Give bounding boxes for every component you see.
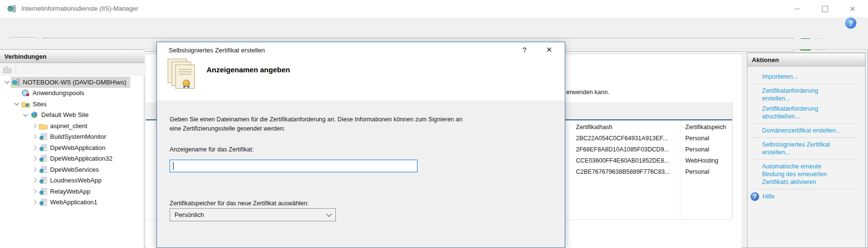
web-app-icon [39,177,48,184]
hilfe-label: Hilfe [763,193,775,200]
actions-panel: Aktionen Importieren... Zertifikatanford… [747,52,866,248]
certificate-store-label: Zertifikatspeicher für das neue Zertifik… [170,200,309,207]
tree-item-dpewebapplication[interactable]: DpeWebApplication [0,142,144,153]
close-icon: × [850,3,855,15]
web-app-icon [39,166,48,173]
expander-expand-icon[interactable] [30,190,38,193]
tree-item-label: Sites [33,100,47,108]
sites-folder-icon [21,100,30,108]
help-icon: ? [750,192,759,201]
dialog-close-button[interactable]: × [542,44,556,55]
web-app-icon [39,155,48,162]
actions-separator [752,83,859,84]
chevron-down-icon [326,211,331,216]
action-hilfe[interactable]: ? Hilfe [750,192,860,201]
column-separator [680,121,680,219]
tree-item-label: aspnet_client [50,122,87,130]
tree-item-relaywebapp[interactable]: RelayWebApp [0,186,144,197]
table-cell-store[interactable]: Personal [685,168,709,175]
expander-collapse-icon[interactable] [13,103,20,105]
dialog-heading: Anzeigenamen angeben [207,66,290,74]
web-app-icon [39,198,48,206]
help-button[interactable]: ? [845,17,856,29]
close-button[interactable]: × [841,0,864,17]
table-cell-store[interactable]: WebHosting [685,157,718,164]
title-bar: Internetinformationsdienste (IIS)-Manage… [0,0,868,17]
web-app-icon [39,144,48,151]
table-cell-hash[interactable]: C2BE767679638B5889F776C83... [576,168,670,175]
dialog-body-text: Geben Sie einen Dateinamen für die Zerti… [170,115,471,133]
tree-item-anwendungspools[interactable]: Anwendungspools [0,88,144,99]
actions-header: Aktionen [747,53,865,66]
actions-separator [752,189,859,189]
tree-item-default-web-site[interactable]: Default Web Site [0,110,144,121]
tree-item-server[interactable]: NOTEBOOK-WS (DAVID-GMBH\ws) [0,77,144,88]
expander-expand-icon[interactable] [30,179,38,182]
iis-app-icon [7,4,17,14]
column-header-hash[interactable]: Zertifikathash [576,124,612,131]
action-zertifikatanforderung-abschliessen[interactable]: Zertifikatanforderung abschließen... [762,105,842,120]
action-importieren[interactable]: Importieren... [762,73,860,81]
maximize-icon [822,6,828,12]
expander-expand-icon[interactable] [30,168,38,171]
table-cell-store[interactable]: Personal [685,135,709,142]
list-right-edge [732,102,732,219]
tree-item-sites[interactable]: Sites [0,99,144,110]
folder-icon [39,122,48,130]
actions-list: Importieren... Zertifikatanforderung ers… [747,66,865,205]
tree-item-label: BuildSystemMonitor [50,133,106,140]
expander-expand-icon[interactable] [30,135,38,138]
iis-manager-window: Internetinformationsdienste (IIS)-Manage… [0,0,868,248]
actions-separator [752,159,859,160]
tree-item-aspnet-client[interactable]: aspnet_client [0,120,144,132]
minimize-button[interactable] [786,0,808,17]
connections-header: Verbindungen [0,50,144,63]
web-app-icon [39,188,48,195]
action-automatische-erneute-bindung[interactable]: Automatische erneute Bindung des erneuer… [762,163,842,186]
server-icon [12,79,20,86]
tree-item-label: Anwendungspools [33,89,84,97]
web-app-icon [39,133,48,140]
tree-item-label: DpeWebServices [50,166,99,173]
dialog-help-button[interactable]: ? [518,46,531,54]
tree-item-buildsystemmonitor[interactable]: BuildSystemMonitor [0,132,144,143]
maximize-button[interactable] [814,0,836,17]
action-domaenenzertifikat-erstellen[interactable]: Domänenzertifikat erstellen... [762,127,860,134]
tree-item-label: NOTEBOOK-WS (DAVID-GMBH\ws) [23,79,126,86]
tree-item-loudnesswebapp[interactable]: LoudnessWebApp [0,175,144,186]
table-cell-hash[interactable]: 2F68EF8A8D10A1085F03DCD9... [576,146,669,153]
certificates-icon [168,59,200,93]
tree-item-label: WebApplication1 [50,198,97,206]
tree-item-webapplication1[interactable]: WebApplication1 [0,197,144,208]
certificate-store-select[interactable]: Persönlich [170,208,336,221]
connections-tree: NOTEBOOK-WS (DAVID-GMBH\ws) Anwendungspo… [0,77,144,208]
table-cell-store[interactable]: Personal [685,146,709,153]
app-pools-icon [21,89,30,97]
expander-collapse-icon[interactable] [3,81,11,83]
tree-item-dpewebapplication32[interactable]: DpeWebApplication32 [0,153,144,165]
expander-expand-icon[interactable] [30,146,38,149]
help-icon: ? [849,19,853,27]
feature-description-fragment: erwenden kann. [566,89,609,96]
expander-expand-icon[interactable] [30,124,38,128]
text-caret [173,162,174,170]
globe-icon [30,111,39,118]
window-title: Internetinformationsdienste (IIS)-Manage… [21,0,139,17]
tree-item-label: DpeWebApplication32 [50,155,112,162]
expander-expand-icon[interactable] [30,157,38,160]
tree-item-label: RelayWebApp [50,188,90,195]
action-selbstsigniertes-zertifikat-erstellen[interactable]: Selbstsigniertes Zertifikat erstellen... [762,141,847,156]
action-zertifikatanforderung-erstellen[interactable]: Zertifikatanforderung erstellen... [762,87,842,102]
expander-expand-icon[interactable] [30,200,38,204]
expander-collapse-icon[interactable] [21,114,29,116]
display-name-label: Anzeigename für das Zertifikat: [170,146,254,153]
address-toolbar: ← → ▸ NOTEBOOK-WS ▸ ↻ × ? ▾ [0,17,868,39]
column-header-store[interactable]: Zertifikatspeich [685,124,732,131]
display-name-input[interactable] [170,160,417,172]
tree-item-dpewebservices[interactable]: DpeWebServices [0,164,144,175]
table-cell-hash[interactable]: CCE03600FF4E60AB01852DE8... [576,157,669,164]
create-self-signed-certificate-dialog: Selbstsigniertes Zertifikat erstellen ? … [156,42,565,248]
table-cell-hash[interactable]: 2BC22A054C0CF64931A913EF... [576,135,668,142]
actions-separator [752,123,859,124]
actions-separator [752,137,859,138]
